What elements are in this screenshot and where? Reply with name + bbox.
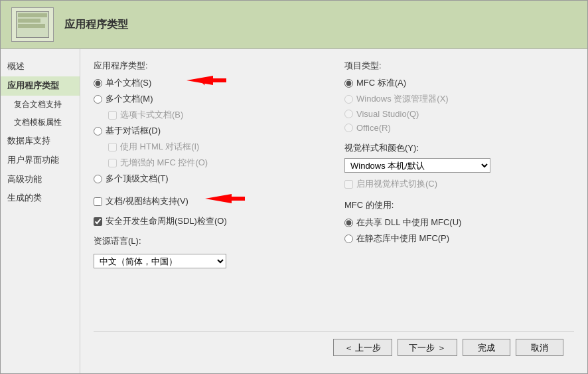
- sidebar-item-ui[interactable]: 用户界面功能: [1, 151, 80, 170]
- radio-shared-dll-label: 在共享 DLL 中使用 MFC(U): [356, 217, 461, 229]
- resource-label: 资源语言(L):: [94, 235, 323, 247]
- app-type-radio-group: 单个文档(S) ← 多个文档(M): [94, 76, 323, 186]
- back-button[interactable]: ＜ 上一步: [333, 339, 393, 356]
- radio-multi-toplevel[interactable]: 多个顶级文档(T): [94, 171, 323, 186]
- radio-mfc-standard[interactable]: MFC 标准(A): [344, 76, 574, 90]
- radio-windows-explorer-label: Windows 资源管理器(X): [356, 93, 449, 105]
- radio-shared-dll-input[interactable]: [344, 219, 353, 227]
- checkbox-enable-visual-label: 启用视觉样式切换(C): [356, 178, 437, 190]
- checkbox-no-mfc-input[interactable]: [108, 159, 117, 167]
- resource-section: 资源语言(L): 中文（简体，中国）: [94, 235, 323, 268]
- sidebar: 概述 应用程序类型 复合文档支持 文档模板属性 数据库支持 用户界面功能 高级功…: [1, 49, 80, 373]
- header-icon: [11, 7, 54, 42]
- checkbox-sdl[interactable]: 安全开发生命周期(SDL)检查(O): [94, 214, 323, 229]
- radio-mfc-standard-label: MFC 标准(A): [356, 77, 406, 89]
- cancel-button[interactable]: 取消: [516, 339, 563, 356]
- checkbox-no-mfc[interactable]: 无增强的 MFC 控件(O): [108, 155, 323, 170]
- radio-visual-studio-input[interactable]: [344, 110, 353, 118]
- radio-office[interactable]: Office(R): [344, 122, 574, 134]
- radio-static-lib[interactable]: 在静态库中使用 MFC(P): [344, 231, 574, 246]
- sidebar-item-database[interactable]: 数据库支持: [1, 132, 80, 151]
- app-type-label: 应用程序类型:: [94, 60, 323, 72]
- radio-multi-doc[interactable]: 多个文档(M): [94, 92, 323, 106]
- sub-options-multi: 选项卡式文档(B): [108, 108, 323, 122]
- main-content: 概述 应用程序类型 复合文档支持 文档模板属性 数据库支持 用户界面功能 高级功…: [1, 49, 587, 373]
- radio-single-doc-label: 单个文档(S): [106, 77, 151, 89]
- panel-columns: 应用程序类型: 单个文档(S) ←: [94, 60, 574, 331]
- checkbox-tabbed-doc[interactable]: 选项卡式文档(B): [108, 108, 323, 122]
- radio-office-input[interactable]: [344, 124, 353, 132]
- finish-button[interactable]: 完成: [463, 339, 510, 356]
- project-type-label: 项目类型:: [344, 60, 574, 72]
- checkbox-doc-view[interactable]: 文档/视图结构支持(V): [94, 194, 323, 209]
- radio-single-doc[interactable]: 单个文档(S) ←: [94, 76, 323, 90]
- radio-static-lib-label: 在静态库中使用 MFC(P): [356, 233, 449, 244]
- checkbox-enable-visual-input[interactable]: [344, 180, 353, 189]
- sidebar-item-template[interactable]: 文档模板属性: [1, 114, 80, 132]
- sidebar-item-overview[interactable]: 概述: [1, 57, 80, 76]
- checkbox-html-dialog-input[interactable]: [108, 143, 117, 151]
- visual-style-dropdown[interactable]: Windows 本机/默认: [344, 158, 490, 173]
- radio-single-doc-input[interactable]: [94, 79, 102, 88]
- resource-dropdown[interactable]: 中文（简体，中国）: [94, 254, 226, 268]
- checkbox-sdl-input[interactable]: [94, 217, 102, 226]
- radio-office-label: Office(R): [356, 123, 391, 133]
- sidebar-item-app-type[interactable]: 应用程序类型: [1, 76, 80, 96]
- checkbox-doc-view-input[interactable]: [94, 197, 102, 206]
- header-section: 应用程序类型: [1, 1, 587, 49]
- right-column: 项目类型: MFC 标准(A) Windows 资源管理器(X) Vis: [344, 60, 574, 331]
- header-title: 应用程序类型: [64, 18, 128, 32]
- checkbox-tabbed-doc-input[interactable]: [108, 111, 117, 120]
- sidebar-item-advanced[interactable]: 高级功能: [1, 170, 80, 189]
- main-window: 应用程序类型 概述 应用程序类型 复合文档支持 文档模板属性 数据库支持 用户界…: [0, 0, 588, 374]
- checkbox-tabbed-doc-label: 选项卡式文档(B): [120, 109, 183, 121]
- red-arrow-single: [186, 73, 226, 88]
- left-column: 应用程序类型: 单个文档(S) ←: [94, 60, 323, 331]
- checkbox-sdl-label: 安全开发生命周期(SDL)检查(O): [106, 215, 227, 227]
- mfc-use-radio-group: 在共享 DLL 中使用 MFC(U) 在静态库中使用 MFC(P): [344, 215, 574, 246]
- checkbox-html-dialog-label: 使用 HTML 对话框(I): [120, 141, 199, 153]
- radio-dialog[interactable]: 基于对话框(D): [94, 124, 323, 138]
- checkbox-no-mfc-label: 无增强的 MFC 控件(O): [120, 157, 208, 169]
- header-icon-graphic: [16, 11, 49, 38]
- svg-marker-1: [205, 194, 245, 203]
- visual-style-label: 视觉样式和颜色(Y):: [344, 142, 574, 154]
- radio-multi-toplevel-label: 多个顶级文档(T): [106, 173, 169, 185]
- visual-style-container: Windows 本机/默认: [344, 158, 574, 173]
- radio-shared-dll[interactable]: 在共享 DLL 中使用 MFC(U): [344, 215, 574, 230]
- red-arrow-docview: [205, 191, 245, 206]
- radio-static-lib-input[interactable]: [344, 234, 353, 243]
- radio-visual-studio[interactable]: Visual Studio(Q): [344, 108, 574, 120]
- project-type-radio-group: MFC 标准(A) Windows 资源管理器(X) Visual Studio…: [344, 76, 574, 134]
- sub-options-dialog: 使用 HTML 对话框(I) 无增强的 MFC 控件(O): [108, 140, 323, 170]
- radio-multi-toplevel-input[interactable]: [94, 175, 102, 183]
- radio-multi-doc-input[interactable]: [94, 95, 102, 104]
- right-panel: 应用程序类型: 单个文档(S) ←: [80, 49, 587, 373]
- checkbox-doc-view-label: 文档/视图结构支持(V): [106, 195, 188, 207]
- radio-visual-studio-label: Visual Studio(Q): [356, 109, 419, 119]
- sidebar-item-generated[interactable]: 生成的类: [1, 189, 80, 208]
- checkbox-html-dialog[interactable]: 使用 HTML 对话框(I): [108, 140, 323, 154]
- sidebar-item-composite[interactable]: 复合文档支持: [1, 96, 80, 114]
- footer: ＜ 上一步 下一步 ＞ 完成 取消: [94, 331, 574, 363]
- next-button[interactable]: 下一步 ＞: [398, 339, 457, 356]
- svg-marker-0: [186, 76, 226, 85]
- mfc-use-label: MFC 的使用:: [344, 199, 574, 211]
- checkbox-enable-visual[interactable]: 启用视觉样式切换(C): [344, 177, 574, 191]
- radio-dialog-label: 基于对话框(D): [106, 125, 161, 137]
- radio-windows-explorer-input[interactable]: [344, 95, 353, 104]
- radio-multi-doc-label: 多个文档(M): [106, 93, 153, 105]
- radio-mfc-standard-input[interactable]: [344, 79, 353, 88]
- radio-windows-explorer[interactable]: Windows 资源管理器(X): [344, 92, 574, 106]
- radio-dialog-input[interactable]: [94, 127, 102, 136]
